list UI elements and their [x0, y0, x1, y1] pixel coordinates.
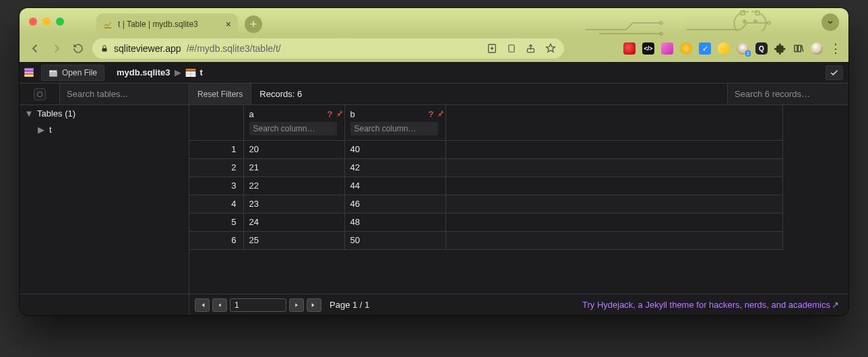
cell[interactable]: 44	[344, 176, 445, 195]
column-header-a[interactable]: a ?	[243, 105, 344, 140]
cell[interactable]: 23	[243, 195, 344, 213]
column-search-input[interactable]	[350, 122, 438, 135]
data-grid[interactable]: a ? b ?	[189, 105, 848, 294]
nullable-icon[interactable]: ?	[328, 109, 333, 119]
row-number: 2	[189, 158, 243, 176]
cell[interactable]: 21	[243, 158, 344, 176]
extension-icon[interactable]: </>	[642, 42, 654, 55]
svg-rect-6	[755, 11, 760, 15]
browser-window: t | Table | mydb.sqlite3 × +	[20, 8, 848, 315]
table-row[interactable]: 62550	[189, 231, 782, 249]
pin-icon[interactable]	[437, 109, 445, 119]
search-tables-input[interactable]	[60, 84, 189, 104]
bookmarks-button[interactable]	[793, 43, 804, 54]
row-number: 1	[189, 140, 243, 158]
table-row[interactable]: 22142	[189, 158, 782, 176]
table-row[interactable]: 32244	[189, 176, 782, 195]
cell-spacer	[445, 231, 782, 249]
table-row[interactable]: 12040	[189, 140, 782, 158]
minimize-window-button[interactable]	[42, 18, 51, 26]
bookmark-star-icon[interactable]	[545, 43, 556, 54]
page-input[interactable]	[230, 298, 286, 312]
pager: Page 1 / 1	[195, 298, 369, 312]
confirm-button[interactable]	[826, 65, 843, 80]
prev-page-button[interactable]	[212, 298, 227, 312]
theme-decoration	[586, 9, 801, 36]
address-bar: sqliteviewer.app/#/mydb.sqlite3/table/t/…	[20, 35, 848, 62]
breadcrumb-table[interactable]: t	[200, 67, 203, 77]
folder-open-icon	[49, 69, 58, 77]
url-path: /#/mydb.sqlite3/table/t/	[187, 43, 281, 54]
cell-spacer	[445, 195, 782, 213]
column-header-b[interactable]: b ?	[344, 105, 445, 140]
forward-button[interactable]	[49, 42, 64, 55]
row-number: 3	[189, 176, 243, 195]
extension-icon[interactable]	[623, 42, 636, 55]
cell[interactable]: 46	[344, 195, 445, 213]
url-input[interactable]: sqliteviewer.app/#/mydb.sqlite3/table/t/	[92, 38, 564, 59]
table-row[interactable]: 52448	[189, 213, 782, 231]
cell-spacer	[445, 158, 782, 176]
first-page-button[interactable]	[195, 298, 210, 312]
cell[interactable]: 20	[243, 140, 344, 158]
cell[interactable]: 24	[243, 213, 344, 231]
sidebar-toggle[interactable]	[20, 84, 60, 104]
extension-icon[interactable]	[718, 42, 730, 55]
extension-icon[interactable]: 3	[737, 42, 749, 55]
cell-spacer	[445, 176, 782, 195]
row-number: 4	[189, 195, 243, 213]
extension-icon[interactable]	[680, 42, 692, 55]
pin-icon[interactable]	[336, 109, 344, 119]
chevron-down-icon: ▼	[25, 108, 33, 119]
cell[interactable]: 48	[344, 213, 445, 231]
column-search-input[interactable]	[249, 122, 337, 135]
svg-point-3	[743, 20, 746, 23]
column-spacer	[445, 105, 782, 140]
svg-rect-17	[185, 69, 195, 71]
nullable-icon[interactable]: ?	[429, 109, 434, 119]
install-app-icon[interactable]	[487, 43, 497, 54]
extension-icon[interactable]: Q	[755, 42, 768, 55]
cell[interactable]: 25	[243, 231, 344, 249]
tab-close-icon[interactable]: ×	[226, 19, 231, 30]
cell-spacer	[445, 140, 782, 158]
reader-icon[interactable]	[507, 43, 516, 54]
sidebar-item-table[interactable]: ▶ t	[20, 121, 189, 137]
tables-group[interactable]: ▼ Tables (1)	[20, 105, 189, 121]
zoom-window-button[interactable]	[56, 18, 64, 26]
back-button[interactable]	[28, 42, 42, 55]
row-number: 6	[189, 231, 243, 249]
tab-favicon	[103, 20, 113, 29]
app-topbar: Open File mydb.sqlite3 ▶ t	[20, 62, 848, 84]
svg-rect-16	[24, 74, 34, 77]
reload-button[interactable]	[71, 43, 86, 54]
cell[interactable]: 40	[344, 140, 445, 158]
new-tab-button[interactable]: +	[245, 15, 262, 33]
records-count: Records: 6	[251, 84, 310, 104]
cell-spacer	[445, 213, 782, 231]
close-window-button[interactable]	[29, 18, 37, 26]
extensions-button[interactable]	[774, 42, 786, 55]
promo-link[interactable]: Try Hydejack, a Jekyll theme for hackers…	[582, 300, 839, 310]
browser-tab[interactable]: t | Table | mydb.sqlite3 ×	[96, 13, 238, 35]
app-subbar: Reset Filters Records: 6	[20, 84, 848, 105]
footer: Page 1 / 1 Try Hydejack, a Jekyll theme …	[20, 294, 848, 315]
cell[interactable]: 50	[344, 231, 445, 249]
cell[interactable]: 42	[344, 158, 445, 176]
last-page-button[interactable]	[307, 298, 321, 312]
breadcrumb-db[interactable]: mydb.sqlite3	[117, 67, 170, 77]
table-row[interactable]: 42346	[189, 195, 782, 213]
share-icon[interactable]	[526, 43, 536, 54]
open-file-button[interactable]: Open File	[41, 65, 104, 81]
browser-menu-button[interactable]: ⋮	[830, 41, 840, 56]
next-page-button[interactable]	[289, 298, 304, 312]
profile-avatar[interactable]	[811, 42, 823, 55]
svg-point-1	[660, 32, 662, 35]
tab-overflow-button[interactable]	[822, 13, 839, 31]
extension-icon[interactable]	[661, 42, 673, 55]
reset-filters-button[interactable]: Reset Filters	[189, 84, 251, 104]
extension-icon[interactable]: ✓	[699, 42, 711, 55]
search-records-input[interactable]	[727, 84, 848, 104]
breadcrumb: mydb.sqlite3 ▶ t	[117, 67, 203, 77]
cell[interactable]: 22	[243, 176, 344, 195]
